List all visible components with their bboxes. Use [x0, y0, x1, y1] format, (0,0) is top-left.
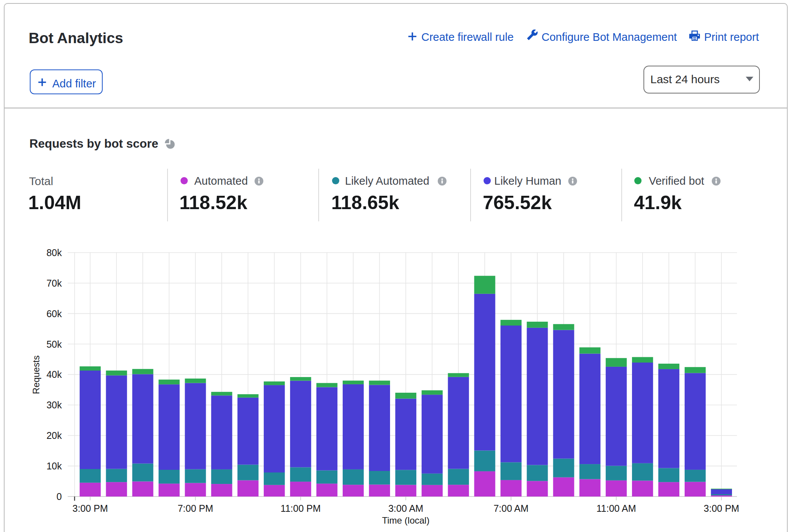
svg-text:80k: 80k [47, 247, 62, 258]
svg-text:20k: 20k [47, 430, 62, 441]
svg-text:Requests: Requests [31, 355, 41, 394]
svg-text:40k: 40k [47, 369, 62, 380]
svg-text:3:00 PM: 3:00 PM [704, 503, 739, 514]
svg-text:11:00 PM: 11:00 PM [281, 503, 321, 514]
svg-text:Time (local): Time (local) [382, 515, 429, 526]
svg-text:60k: 60k [47, 308, 62, 319]
svg-text:0: 0 [56, 491, 62, 502]
svg-text:7:00 AM: 7:00 AM [493, 503, 529, 514]
svg-text:3:00 PM: 3:00 PM [73, 503, 108, 514]
svg-text:70k: 70k [47, 278, 62, 289]
svg-text:10k: 10k [47, 461, 62, 471]
svg-text:3:00 AM: 3:00 AM [388, 503, 423, 514]
svg-text:7:00 PM: 7:00 PM [177, 503, 213, 514]
svg-text:30k: 30k [47, 400, 62, 410]
svg-text:11:00 AM: 11:00 AM [597, 503, 636, 514]
svg-text:50k: 50k [47, 339, 62, 350]
